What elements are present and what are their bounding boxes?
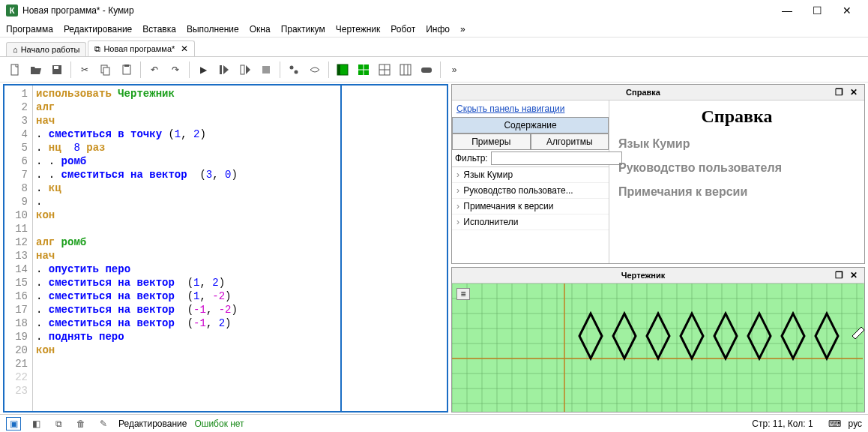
svg-rect-13 [337, 64, 340, 75]
help-section-link[interactable]: Руководство пользователя [618, 161, 855, 175]
grid4-button[interactable] [397, 61, 415, 79]
app-icon: К [6, 4, 18, 16]
menu-bar: ПрограммаРедактированиеВставкаВыполнение… [0, 21, 868, 38]
filter-label: Фильтр: [455, 153, 488, 164]
menu-Чертежник[interactable]: Чертежник [336, 24, 381, 34]
help-panel-title: Справка [626, 88, 660, 97]
watch-button[interactable] [306, 61, 324, 79]
open-file-button[interactable] [27, 61, 45, 79]
drawer-panel-title: Чертежник [621, 271, 666, 280]
games-button[interactable] [418, 61, 435, 79]
save-button[interactable] [48, 61, 66, 79]
hide-nav-link[interactable]: Скрыть панель навигации [452, 100, 609, 117]
status-errors: Ошибок нет [194, 418, 244, 429]
step-into-button[interactable] [236, 61, 254, 79]
editor-margin [342, 86, 447, 411]
document-tabs: ⌂Начало работы⧉Новая программа*✕ [0, 38, 868, 57]
nav-tab-examples[interactable]: Примеры [452, 134, 531, 150]
nav-tab-algorithms[interactable]: Алгоритмы [531, 134, 609, 150]
paste-button[interactable] [118, 61, 136, 79]
breakpoint-button[interactable] [285, 61, 303, 79]
help-panel: Справка ❐ ✕ Скрыть панель навигации Соде… [451, 84, 865, 264]
tab-label: Начало работы [21, 45, 80, 54]
side-panels: Справка ❐ ✕ Скрыть панель навигации Соде… [448, 82, 868, 414]
status-copy-icon[interactable]: ⧉ [51, 417, 66, 430]
filter-input[interactable] [491, 152, 622, 165]
maximize-button[interactable]: ☐ [802, 2, 832, 20]
svg-rect-6 [124, 64, 129, 67]
redo-button[interactable]: ↷ [166, 61, 184, 79]
toolbar: ✂ ↶ ↷ ▶ » [0, 57, 868, 82]
console-icon[interactable]: ▣ [6, 417, 21, 430]
copy-button[interactable] [97, 61, 115, 79]
menu-»[interactable]: » [460, 24, 465, 34]
title-bar: К Новая программа* - Кумир — ☐ ✕ [0, 0, 868, 21]
menu-Редактирование[interactable]: Редактирование [64, 24, 132, 34]
help-doc-title: Справка [618, 106, 855, 127]
svg-rect-4 [103, 68, 109, 75]
canvas-menu-icon[interactable]: ≡ [456, 288, 470, 300]
svg-rect-9 [262, 66, 270, 74]
help-tree: › Язык Кумир› Руководство пользовате...›… [452, 166, 609, 263]
doc-tab[interactable]: ⌂Начало работы [6, 42, 86, 56]
help-tree-item[interactable]: › Исполнители [452, 214, 609, 230]
svg-rect-23 [421, 68, 432, 73]
drawer-close-icon[interactable]: ✕ [848, 269, 860, 281]
drawer-panel: Чертежник ❐ ✕ ≡ [451, 267, 865, 412]
status-icon-1[interactable]: ◧ [28, 417, 43, 430]
help-section-link[interactable]: Язык Кумир [618, 137, 855, 151]
menu-Программа[interactable]: Программа [6, 24, 53, 34]
svg-point-11 [295, 70, 298, 74]
new-file-button[interactable] [6, 61, 24, 79]
menu-Практикум[interactable]: Практикум [281, 24, 325, 34]
menu-Робот[interactable]: Робот [391, 24, 415, 34]
help-document: Справка Язык КумирРуководство пользовате… [609, 100, 864, 263]
tab-icon: ⌂ [13, 45, 18, 54]
code-editor[interactable]: использовать Чертежникалгнач. сместиться… [33, 86, 342, 411]
tab-icon: ⧉ [94, 44, 100, 54]
nav-tab-contents[interactable]: Содержание [452, 117, 609, 134]
window-title: Новая программа* - Кумир [22, 5, 772, 16]
grid1-button[interactable] [334, 61, 352, 79]
svg-rect-8 [241, 65, 244, 74]
help-section-link[interactable]: Примечания к версии [618, 185, 855, 199]
undo-button[interactable]: ↶ [145, 61, 163, 79]
status-kbd-icon: ⌨ [828, 418, 841, 429]
status-mode: Редактирование [118, 418, 187, 429]
cut-button[interactable]: ✂ [76, 61, 94, 79]
help-tree-item[interactable]: › Примечания к версии [452, 199, 609, 214]
main-area: 1234567891011121314151617181920212223 ис… [0, 82, 868, 414]
step-button[interactable] [215, 61, 233, 79]
status-trash-icon[interactable]: 🗑 [73, 417, 88, 430]
menu-Вставка[interactable]: Вставка [142, 24, 176, 34]
status-edit-icon[interactable]: ✎ [96, 417, 111, 430]
stop-button[interactable] [257, 61, 275, 79]
drawer-canvas[interactable]: ≡ [452, 284, 864, 412]
minimize-button[interactable]: — [772, 2, 802, 20]
svg-rect-0 [11, 64, 18, 75]
status-lang: рус [849, 418, 862, 429]
help-restore-icon[interactable]: ❐ [833, 86, 845, 98]
menu-Окна[interactable]: Окна [250, 24, 271, 34]
help-close-icon[interactable]: ✕ [848, 86, 860, 98]
help-nav-pane: Скрыть панель навигации Содержание Приме… [452, 100, 609, 263]
tab-close-icon[interactable]: ✕ [181, 44, 188, 54]
status-position: Стр: 11, Кол: 1 [752, 418, 813, 429]
run-button[interactable]: ▶ [194, 61, 212, 79]
grid3-button[interactable] [376, 61, 394, 79]
help-tree-item[interactable]: › Язык Кумир [452, 167, 609, 183]
drawer-restore-icon[interactable]: ❐ [833, 269, 845, 281]
editor-panel: 1234567891011121314151617181920212223 ис… [3, 84, 448, 412]
doc-tab[interactable]: ⧉Новая программа*✕ [88, 40, 195, 56]
close-button[interactable]: ✕ [832, 2, 862, 20]
menu-Выполнение[interactable]: Выполнение [187, 24, 239, 34]
svg-rect-2 [54, 66, 58, 69]
svg-rect-20 [400, 64, 411, 75]
menu-Инфо[interactable]: Инфо [426, 24, 450, 34]
status-bar: ▣ ◧ ⧉ 🗑 ✎ Редактирование Ошибок нет Стр:… [0, 414, 868, 432]
grid2-button[interactable] [355, 61, 373, 79]
more-button[interactable]: » [445, 61, 463, 79]
tab-label: Новая программа* [103, 44, 175, 53]
help-tree-item[interactable]: › Руководство пользовате... [452, 183, 609, 199]
svg-rect-7 [220, 65, 222, 74]
